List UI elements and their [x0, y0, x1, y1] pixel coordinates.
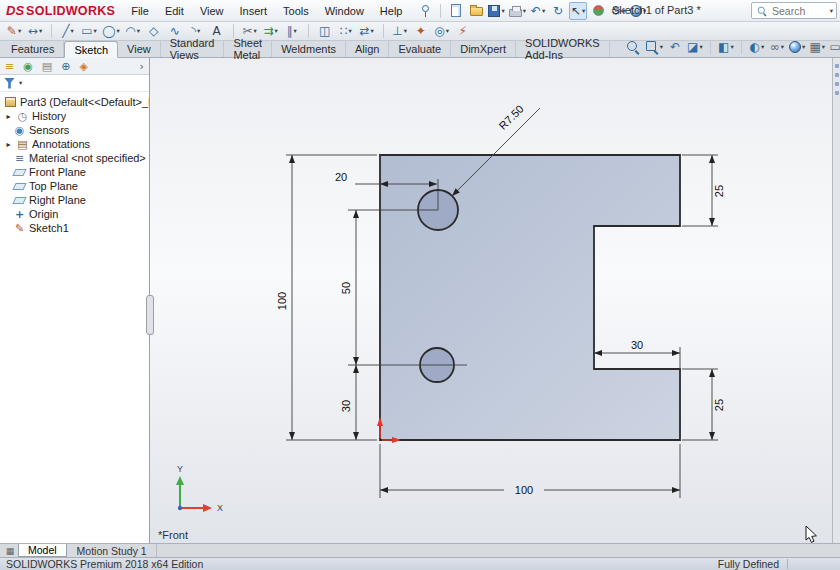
- tree-item-top-plane[interactable]: Top Plane: [0, 179, 149, 193]
- tree-root-part[interactable]: Part3 (Default<<Default>_Display State: [0, 95, 149, 109]
- print-icon[interactable]: ▾: [508, 2, 527, 20]
- menu-insert[interactable]: Insert: [232, 2, 276, 20]
- tree-item-origin[interactable]: + Origin: [0, 207, 149, 221]
- tree-item-front-plane[interactable]: Front Plane: [0, 165, 149, 179]
- caret-icon[interactable]: ▾: [761, 43, 764, 51]
- tab-solidworks-addins[interactable]: SOLIDWORKS Add-Ins: [516, 41, 610, 57]
- polygon-tool-icon[interactable]: ◇: [145, 22, 163, 40]
- caret-icon[interactable]: ▾: [523, 7, 526, 15]
- caret-icon[interactable]: ▾: [275, 27, 278, 35]
- tab-features[interactable]: Features: [2, 41, 64, 57]
- menu-view[interactable]: View: [192, 2, 232, 20]
- caret-icon[interactable]: ▾: [501, 7, 504, 15]
- linear-pattern-icon[interactable]: ∷▾: [337, 22, 355, 40]
- expand-arrow-icon[interactable]: ▸: [4, 140, 13, 149]
- caret-icon[interactable]: ▾: [404, 27, 407, 35]
- caret-icon[interactable]: ▾: [254, 27, 257, 35]
- tree-item-history[interactable]: ▸ ◷ History: [0, 109, 149, 123]
- caret-icon[interactable]: ▾: [70, 27, 73, 35]
- caret-icon[interactable]: ▾: [582, 7, 585, 15]
- tree-item-annotations[interactable]: ▸ ▤ Annotations: [0, 137, 149, 151]
- tab-evaluate[interactable]: Evaluate: [389, 41, 451, 57]
- edit-appearance-icon[interactable]: ▾: [788, 38, 806, 56]
- open-document-icon[interactable]: [467, 2, 485, 20]
- caret-icon[interactable]: ▾: [116, 27, 119, 35]
- caret-icon[interactable]: ▾: [18, 27, 21, 35]
- caret-icon[interactable]: ▾: [371, 27, 374, 35]
- dim-text-100-bottom[interactable]: 100: [515, 484, 533, 496]
- section-view-icon[interactable]: ◪▾: [686, 38, 704, 56]
- arc-tool-icon[interactable]: ◠▾: [124, 22, 142, 40]
- zoom-fit-icon[interactable]: [624, 38, 642, 56]
- new-document-icon[interactable]: [447, 2, 465, 20]
- search-box[interactable]: ▾: [751, 2, 837, 19]
- tree-item-material[interactable]: ≡ Material <not specified>: [0, 151, 149, 165]
- dim-text-50[interactable]: 50: [340, 282, 352, 294]
- menu-file[interactable]: File: [123, 2, 157, 20]
- menu-window[interactable]: Window: [317, 2, 372, 20]
- dim-text-25-bottom[interactable]: 25: [713, 399, 725, 411]
- offset-entities-icon[interactable]: ∥▾: [283, 22, 301, 40]
- caret-icon[interactable]: ▾: [699, 43, 702, 51]
- task-pane-strip[interactable]: [832, 58, 840, 543]
- tab-sketch[interactable]: Sketch: [64, 41, 118, 58]
- undo-icon[interactable]: ↶▾: [529, 2, 547, 20]
- repair-sketch-icon[interactable]: ✦: [412, 22, 430, 40]
- caret-icon[interactable]: ▾: [19, 79, 22, 87]
- displaymanager-tab-icon[interactable]: ◈: [79, 61, 87, 72]
- caret-icon[interactable]: ▾: [446, 27, 449, 35]
- graphics-area[interactable]: 20 50 30 100 25 30: [150, 58, 832, 543]
- search-icon[interactable]: [757, 6, 767, 16]
- featuremanager-tab-icon[interactable]: ≡: [5, 61, 14, 72]
- display-relations-icon[interactable]: ⊥▾: [391, 22, 409, 40]
- tab-layout-icon[interactable]: ▦: [3, 545, 17, 557]
- display-style-icon[interactable]: ◐▾: [748, 38, 766, 56]
- caret-icon[interactable]: ▾: [730, 43, 733, 51]
- tree-item-right-plane[interactable]: Right Plane: [0, 193, 149, 207]
- save-icon[interactable]: ▾: [487, 2, 505, 20]
- caret-icon[interactable]: ▾: [137, 27, 140, 35]
- menu-tools[interactable]: Tools: [275, 2, 317, 20]
- convert-entities-icon[interactable]: ⇉▾: [262, 22, 280, 40]
- caret-icon[interactable]: ▾: [348, 27, 351, 35]
- caret-icon[interactable]: ▾: [660, 43, 663, 51]
- tab-motion-study[interactable]: Motion Study 1: [68, 544, 157, 557]
- dim-text-30-left[interactable]: 30: [340, 400, 352, 412]
- panel-splitter-handle[interactable]: [146, 295, 154, 335]
- zoom-area-icon[interactable]: ▾: [644, 38, 664, 56]
- move-entities-icon[interactable]: ⇄▾: [358, 22, 376, 40]
- search-caret-icon[interactable]: ▾: [830, 7, 833, 15]
- hide-show-items-icon[interactable]: ∞▾: [768, 38, 786, 56]
- caret-icon[interactable]: ▾: [39, 27, 42, 35]
- propertymanager-tab-icon[interactable]: ◉: [23, 61, 33, 72]
- tab-dimxpert[interactable]: DimXpert: [451, 41, 516, 57]
- previous-view-icon[interactable]: ↶: [666, 38, 684, 56]
- dim-text-30-right[interactable]: 30: [631, 339, 643, 351]
- filter-funnel-icon[interactable]: [4, 78, 15, 89]
- tab-standard-views[interactable]: Standard Views: [161, 41, 225, 57]
- tab-model[interactable]: Model: [18, 544, 67, 557]
- menu-edit[interactable]: Edit: [157, 2, 192, 20]
- search-input[interactable]: [772, 5, 826, 17]
- caret-icon[interactable]: ▾: [542, 7, 545, 15]
- mirror-entities-icon[interactable]: ◫: [316, 22, 334, 40]
- tree-item-sketch1[interactable]: ✎ Sketch1: [0, 221, 149, 235]
- smart-dimension-icon[interactable]: ↔▾: [26, 22, 44, 40]
- view-orientation-icon[interactable]: ◧▾: [717, 38, 735, 56]
- tab-view[interactable]: View: [118, 41, 161, 57]
- caret-icon[interactable]: ▾: [94, 27, 97, 35]
- pin-menu-icon[interactable]: [416, 2, 434, 20]
- caret-icon[interactable]: ▾: [197, 27, 200, 35]
- tab-sheet-metal[interactable]: Sheet Metal: [224, 41, 272, 57]
- configurationmanager-tab-icon[interactable]: ▤: [42, 61, 52, 72]
- caret-icon[interactable]: ▾: [802, 43, 805, 51]
- rebuild-icon[interactable]: [589, 2, 607, 20]
- line-tool-icon[interactable]: ╱▾: [59, 22, 77, 40]
- redo-icon[interactable]: ↻: [549, 2, 567, 20]
- tab-weldments[interactable]: Weldments: [272, 41, 346, 57]
- caret-icon[interactable]: ▾: [822, 43, 825, 51]
- dim-text-25-top[interactable]: 25: [713, 185, 725, 197]
- view-settings-icon[interactable]: ▭▾: [828, 38, 840, 56]
- dim-text-20[interactable]: 20: [335, 171, 347, 183]
- tab-align[interactable]: Align: [346, 41, 389, 57]
